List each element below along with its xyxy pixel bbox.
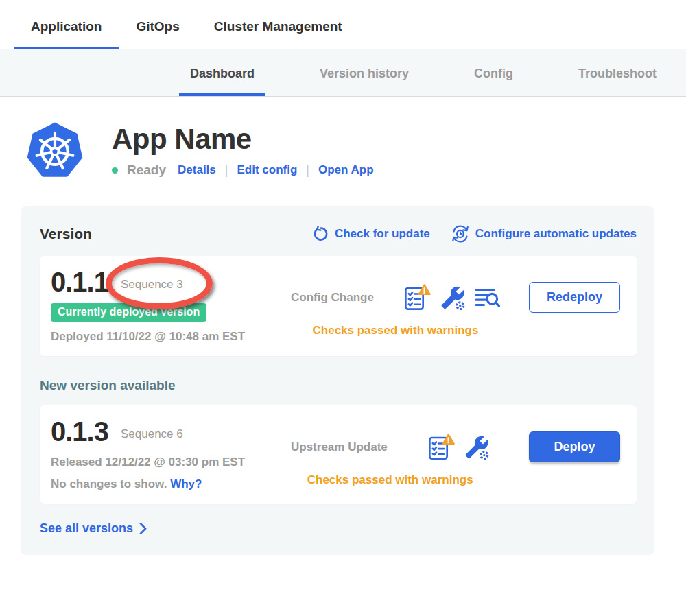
divider: | — [225, 163, 228, 178]
app-header-text: App Name Ready Details | Edit config | O… — [112, 123, 374, 178]
deploy-button[interactable]: Deploy — [529, 431, 620, 462]
kubernetes-logo-icon — [24, 117, 86, 183]
configure-automatic-updates-link[interactable]: Configure automatic updates — [451, 224, 637, 244]
version-panel-actions: Check for update Configure automatic upd… — [312, 224, 637, 244]
app-header: App Name Ready Details | Edit config | O… — [0, 97, 686, 183]
deployed-timestamp: Deployed 11/10/22 @ 10:48 am EST — [51, 330, 291, 344]
version-heading: Version — [40, 226, 92, 242]
preflight-checklist-warning-icon[interactable] — [403, 284, 431, 311]
preflight-checklist-warning-icon[interactable] — [427, 434, 456, 461]
ready-status-dot-icon — [112, 167, 118, 174]
check-for-update-link[interactable]: Check for update — [312, 226, 430, 243]
tab-gitops[interactable]: GitOps — [119, 0, 196, 49]
available-version-number: 0.1.3 — [51, 416, 108, 447]
available-checks-status: Checks passed with warnings — [291, 473, 489, 487]
wrench-gear-icon[interactable] — [464, 435, 489, 460]
available-version-actions: Upstream Update — [291, 416, 620, 487]
new-version-heading: New version available — [40, 378, 637, 393]
wrench-gear-icon[interactable] — [440, 285, 465, 310]
auto-update-clock-icon — [451, 224, 470, 244]
released-timestamp: Released 12/12/22 @ 03:30 pm EST — [51, 455, 291, 469]
available-version-card: 0.1.3 Sequence 6 Released 12/12/22 @ 03:… — [40, 405, 637, 504]
configure-automatic-updates-label: Configure automatic updates — [475, 227, 637, 241]
current-version-sequence: Sequence 3 — [121, 278, 183, 292]
details-link[interactable]: Details — [178, 163, 216, 177]
why-link[interactable]: Why? — [170, 477, 202, 490]
current-version-actions: Config Change — [291, 267, 620, 337]
available-version-source: Upstream Update — [291, 440, 388, 454]
top-nav: Application GitOps Cluster Management — [0, 0, 686, 49]
status-row: Ready Details | Edit config | Open App — [112, 163, 374, 178]
current-version-check-icons — [403, 284, 500, 311]
sub-nav: Dashboard Version history Config Trouble… — [0, 49, 686, 97]
redeploy-button[interactable]: Redeploy — [529, 282, 620, 313]
current-version-card: 0.1.1 Sequence 3 Currently deployed vers… — [40, 256, 637, 356]
see-all-versions-link[interactable]: See all versions — [40, 521, 637, 536]
available-version-check-icons — [427, 434, 489, 461]
status-text: Ready — [127, 163, 166, 178]
refresh-icon — [312, 226, 329, 243]
no-changes-text: No changes to show. — [51, 477, 167, 490]
current-version-number: 0.1.1 — [51, 267, 108, 298]
divider: | — [306, 163, 309, 178]
no-changes-row: No changes to show. Why? — [51, 477, 291, 491]
edit-config-link[interactable]: Edit config — [237, 163, 297, 177]
tab-troubleshoot[interactable]: Troubleshoot — [567, 49, 667, 96]
tab-config[interactable]: Config — [463, 49, 524, 96]
currently-deployed-badge: Currently deployed version — [51, 303, 206, 322]
open-app-link[interactable]: Open App — [318, 163, 374, 177]
version-panel: Version Check for update — [21, 206, 654, 555]
tab-dashboard[interactable]: Dashboard — [179, 49, 265, 96]
tab-version-history[interactable]: Version history — [309, 49, 420, 96]
page-title: App Name — [112, 123, 374, 156]
see-all-versions-label: See all versions — [40, 521, 133, 536]
check-for-update-label: Check for update — [335, 227, 430, 241]
available-version-info: 0.1.3 Sequence 6 Released 12/12/22 @ 03:… — [51, 416, 291, 491]
diff-log-icon[interactable] — [474, 286, 500, 309]
available-version-sequence: Sequence 6 — [121, 427, 183, 441]
tab-application[interactable]: Application — [14, 0, 119, 49]
current-version-source: Config Change — [291, 291, 374, 305]
version-panel-header: Version Check for update — [40, 224, 637, 244]
chevron-right-icon — [139, 523, 147, 534]
current-checks-status: Checks passed with warnings — [291, 324, 500, 337]
current-version-info: 0.1.1 Sequence 3 Currently deployed vers… — [51, 267, 291, 344]
tab-cluster-management[interactable]: Cluster Management — [197, 0, 359, 49]
